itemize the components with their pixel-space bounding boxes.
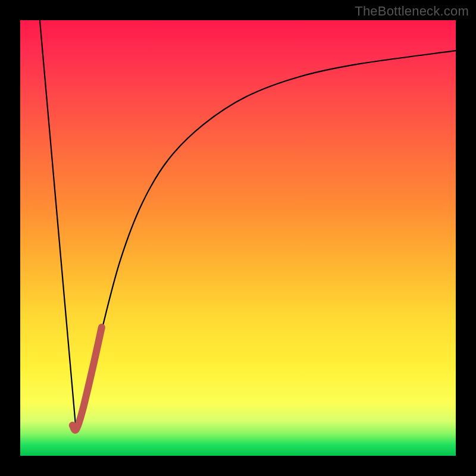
right-rise-path bbox=[76, 51, 456, 430]
watermark-label: TheBottleneck.com bbox=[355, 4, 469, 19]
chart-container: TheBottleneck.com bbox=[0, 0, 476, 476]
left-descent-path bbox=[40, 20, 76, 430]
curve-layer bbox=[20, 20, 456, 456]
highlight-segment-path bbox=[73, 327, 102, 430]
